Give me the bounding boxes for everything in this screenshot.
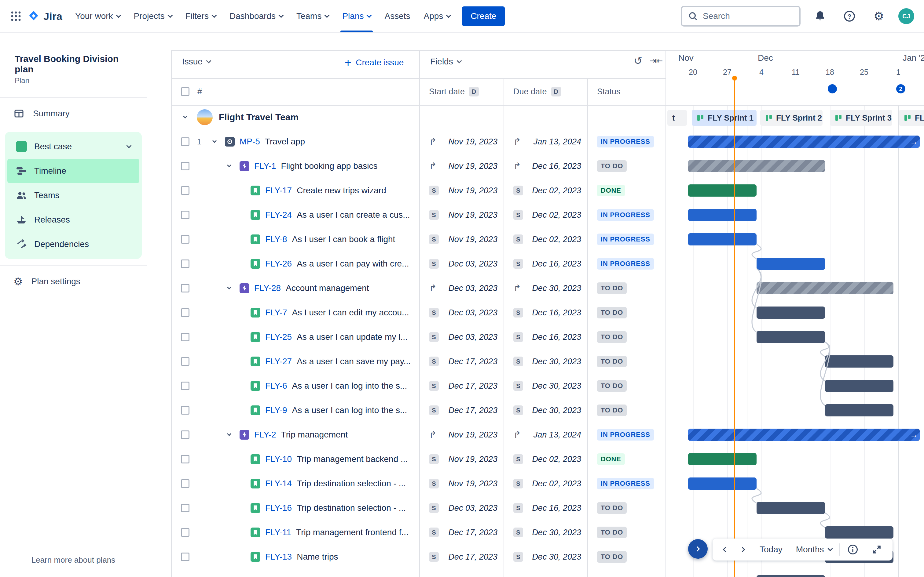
info-button[interactable] (841, 538, 864, 561)
sidebar-item-summary[interactable]: Summary (0, 102, 147, 126)
gantt-bar[interactable] (825, 380, 893, 392)
issue-row[interactable]: FLY-7As I user I can edit my accou...SDe… (171, 300, 666, 325)
start-date-cell[interactable]: ↱Nov 19, 2023 (419, 422, 504, 447)
due-date-cell[interactable]: SDec 02, 2023 (504, 203, 587, 227)
nav-item-projects[interactable]: Projects (127, 0, 179, 32)
nav-item-teams[interactable]: Teams (290, 0, 336, 32)
start-date-cell[interactable]: SDec 03, 2023 (419, 251, 504, 276)
column-header-start-date[interactable]: Start date D (429, 78, 479, 105)
due-date-cell[interactable]: SDec 30, 2023 (504, 520, 587, 545)
gantt-bar[interactable] (825, 404, 893, 416)
issue-row[interactable]: FLY-1Flight booking app basics↱Nov 19, 2… (171, 154, 666, 178)
start-date-cell[interactable]: ↱Nov 19, 2023 (419, 154, 504, 178)
issue-row[interactable]: FLY-9As a user I can log into the s...SD… (171, 398, 666, 422)
issue-key-link[interactable]: FLY-13 (265, 552, 292, 562)
issue-key-link[interactable]: MP-5 (239, 137, 260, 147)
due-date-cell[interactable]: SDec 02, 2023 (504, 447, 587, 471)
scroll-left-button[interactable] (717, 538, 733, 561)
gantt-bar[interactable] (688, 453, 756, 465)
sidebar-item-dependencies[interactable]: Dependencies (7, 232, 139, 256)
fields-dropdown[interactable]: Fields (430, 57, 461, 66)
issue-row[interactable]: FLY-14Trip destination selection - ...SN… (171, 471, 666, 496)
start-date-cell[interactable]: SDec 17, 2023 (419, 545, 504, 569)
issue-row[interactable] (171, 569, 666, 577)
due-date-cell[interactable]: SDec 02, 2023 (504, 227, 587, 251)
issue-row[interactable]: FLY-27As a user I can save my pay...SDec… (171, 349, 666, 374)
gantt-bar[interactable] (688, 233, 756, 245)
jira-logo[interactable]: Jira (27, 10, 62, 23)
start-date-cell[interactable]: SDec 03, 2023 (419, 300, 504, 325)
issue-row[interactable]: FLY-26As a user I can pay with cre...SDe… (171, 251, 666, 276)
create-issue-button[interactable]: + Create issue (345, 57, 404, 68)
release-marker[interactable] (828, 84, 837, 93)
due-date-cell[interactable]: SDec 16, 2023 (504, 496, 587, 520)
issue-dropdown[interactable]: Issue (182, 57, 210, 66)
notifications-button[interactable] (810, 6, 830, 26)
issue-key-link[interactable]: FLY-8 (265, 234, 287, 244)
expand-chevron[interactable] (209, 141, 220, 142)
sidebar-item-teams[interactable]: Teams (7, 183, 139, 208)
range-dropdown[interactable]: Months (790, 538, 838, 561)
issue-key-link[interactable]: FLY-11 (265, 527, 291, 537)
sprint-chip[interactable]: FLY Sprint 4 (899, 110, 924, 126)
gantt-bar[interactable]: → (688, 135, 920, 148)
gantt-bar[interactable] (756, 331, 825, 343)
nav-item-assets[interactable]: Assets (378, 0, 417, 32)
due-date-cell[interactable]: ↱Jan 13, 2024 (504, 422, 587, 447)
help-button[interactable]: ? (840, 6, 859, 26)
issue-row[interactable]: FLY-16Trip destination selection - ...SD… (171, 496, 666, 520)
start-date-cell[interactable]: SDec 03, 2023 (419, 325, 504, 349)
start-date-cell[interactable]: ↱Dec 03, 2023 (419, 276, 504, 300)
start-date-cell[interactable]: SNov 19, 2023 (419, 203, 504, 227)
gantt-bar[interactable] (756, 258, 825, 270)
issue-key-link[interactable]: FLY-16 (265, 503, 292, 513)
column-header-status[interactable]: Status (597, 78, 620, 105)
start-date-cell[interactable]: SNov 19, 2023 (419, 471, 504, 496)
due-date-cell[interactable]: ↱Dec 30, 2023 (504, 276, 587, 300)
issue-row[interactable]: FLY-24As a user I can create a cus...SNo… (171, 203, 666, 227)
issue-key-link[interactable]: FLY-26 (265, 259, 292, 269)
sprint-chip[interactable]: t (667, 110, 687, 126)
issue-key-link[interactable]: FLY-27 (265, 356, 292, 366)
issue-key-link[interactable]: FLY-1 (254, 161, 276, 171)
gantt-bar[interactable] (688, 477, 756, 490)
issue-row[interactable]: FLY-13Name tripsSDec 17, 2023SDec 30, 20… (171, 545, 666, 569)
fullscreen-button[interactable] (866, 538, 888, 561)
nav-item-your-work[interactable]: Your work (68, 0, 127, 32)
issue-row[interactable]: FLY-6As a user I can log into the s...SD… (171, 374, 666, 398)
gantt-bar[interactable] (825, 526, 893, 538)
undo-button[interactable]: ↺ (634, 56, 643, 66)
issue-key-link[interactable]: FLY-9 (265, 405, 287, 415)
issue-row[interactable]: 1MP-5Travel app↱Nov 19, 2023↱Jan 13, 202… (171, 129, 666, 154)
start-date-cell[interactable]: SNov 19, 2023 (419, 447, 504, 471)
start-date-cell[interactable]: SDec 17, 2023 (419, 349, 504, 374)
due-date-cell[interactable]: SDec 16, 2023 (504, 300, 587, 325)
expand-chevron[interactable] (224, 288, 235, 289)
gantt-bar[interactable] (756, 575, 825, 577)
issue-row[interactable]: FLY-2Trip management↱Nov 19, 2023↱Jan 13… (171, 422, 666, 447)
sprint-chip[interactable]: FLY Sprint 1 (692, 110, 756, 126)
select-all-checkbox[interactable] (181, 87, 189, 96)
start-date-cell[interactable]: SNov 19, 2023 (419, 227, 504, 251)
collapse-columns-button[interactable]: ⇥⇤ (649, 57, 663, 65)
issue-key-link[interactable]: FLY-28 (254, 283, 281, 293)
due-date-cell[interactable]: ↱Dec 16, 2023 (504, 154, 587, 178)
start-date-cell[interactable]: SNov 19, 2023 (419, 178, 504, 203)
due-date-cell[interactable]: SDec 30, 2023 (504, 349, 587, 374)
expand-chevron[interactable] (224, 166, 235, 167)
issue-row[interactable]: FLY-17Create new trips wizardSNov 19, 20… (171, 178, 666, 203)
due-date-cell[interactable]: SDec 16, 2023 (504, 251, 587, 276)
sprint-chip[interactable]: FLY Sprint 3 (830, 110, 892, 126)
issue-row[interactable]: FLY-25As a user I can update my l...SDec… (171, 325, 666, 349)
due-date-cell[interactable]: SDec 16, 2023 (504, 325, 587, 349)
gantt-bar[interactable]: → (688, 429, 920, 441)
issue-key-link[interactable]: FLY-10 (265, 454, 292, 464)
due-date-cell[interactable]: ↱Jan 13, 2024 (504, 129, 587, 154)
issue-row[interactable]: FLY-28Account management↱Dec 03, 2023↱De… (171, 276, 666, 300)
release-marker[interactable]: 2 (896, 84, 905, 93)
due-date-cell[interactable]: SDec 30, 2023 (504, 545, 587, 569)
start-date-cell[interactable]: SDec 17, 2023 (419, 520, 504, 545)
gantt-bar[interactable] (688, 184, 756, 197)
nav-item-filters[interactable]: Filters (179, 0, 223, 32)
issue-key-link[interactable]: FLY-24 (265, 210, 292, 220)
